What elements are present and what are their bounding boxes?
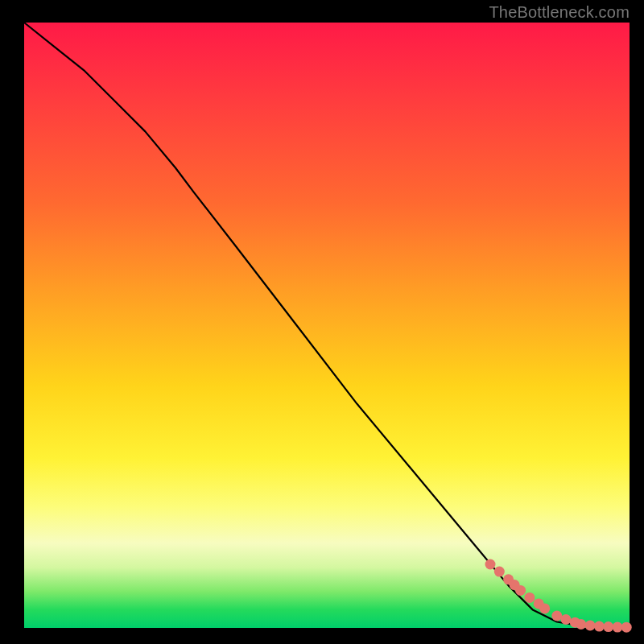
data-point <box>594 621 605 632</box>
data-point <box>621 622 632 633</box>
chart-frame: TheBottleneck.com <box>0 0 644 644</box>
plot-area <box>24 23 630 628</box>
data-point <box>603 621 613 632</box>
chart-svg <box>24 23 630 628</box>
data-point <box>585 621 596 631</box>
watermark-text: TheBottleneck.com <box>489 3 630 22</box>
data-point <box>494 567 505 577</box>
data-point <box>524 592 535 603</box>
data-point <box>539 603 550 613</box>
data-point <box>485 559 496 570</box>
data-point <box>613 622 623 633</box>
data-point <box>551 611 562 621</box>
data-point <box>576 619 586 630</box>
bottleneck-curve <box>24 23 630 627</box>
data-point <box>561 614 572 625</box>
data-point <box>515 585 526 596</box>
